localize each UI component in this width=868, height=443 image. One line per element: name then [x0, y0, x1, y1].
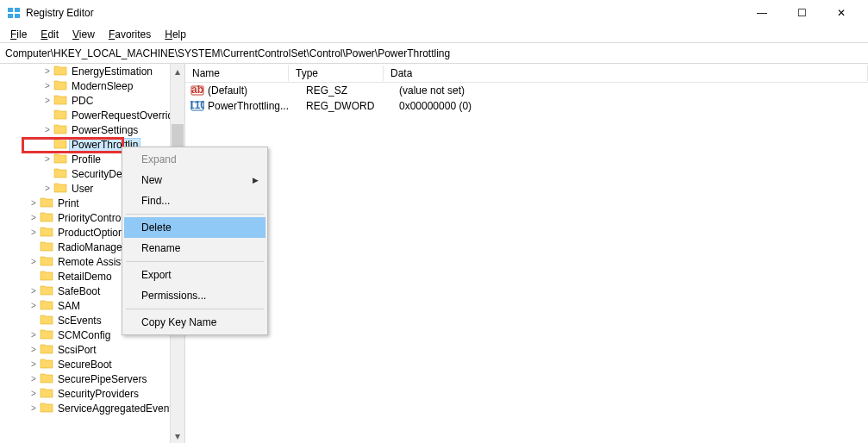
expand-icon[interactable]: >: [28, 286, 40, 296]
svg-text:ab: ab: [191, 84, 203, 96]
menu-help[interactable]: Help: [159, 27, 191, 42]
tree-item[interactable]: >ServiceAggregatedEvents: [0, 401, 184, 415]
menu-favorites[interactable]: Favorites: [103, 27, 156, 42]
expand-icon[interactable]: >: [41, 96, 53, 105]
expand-icon[interactable]: >: [28, 359, 40, 369]
column-type[interactable]: Type: [289, 66, 384, 81]
expand-icon[interactable]: >: [41, 66, 53, 76]
tree-item-label: SafeBoot: [56, 285, 102, 297]
tree-item-label: PowerRequestOverride: [70, 109, 181, 122]
folder-icon: [40, 284, 53, 298]
tree-item[interactable]: >PowerSettings: [0, 122, 184, 137]
tree-item[interactable]: >ModernSleep: [0, 78, 184, 93]
tree-item-label: ScEvents: [56, 315, 103, 327]
menu-separator: [126, 309, 264, 309]
value-data: (value not set): [399, 84, 868, 97]
column-name[interactable]: Name: [185, 66, 289, 81]
svg-rect-3: [15, 14, 20, 18]
expand-icon[interactable]: >: [28, 374, 40, 384]
tree-item[interactable]: >SecurePipeServers: [0, 371, 184, 386]
list-row[interactable]: 110PowerThrottling...REG_DWORD0x00000000…: [185, 98, 868, 114]
menu-separator: [126, 261, 264, 262]
folder-icon: [40, 358, 53, 371]
expand-icon[interactable]: >: [41, 125, 53, 134]
context-menu-new[interactable]: New▶: [124, 170, 265, 190]
minimize-button[interactable]: —: [742, 0, 782, 26]
context-menu-export[interactable]: Export: [124, 265, 265, 285]
menu-label: Rename: [141, 242, 180, 254]
tree-item-label: PowerSettings: [70, 124, 140, 136]
expand-icon[interactable]: >: [41, 81, 53, 90]
tree-item-label: ServiceAggregatedEvents: [56, 402, 179, 415]
address-path: Computer\HKEY_LOCAL_MACHINE\SYSTEM\Curre…: [5, 47, 450, 59]
folder-icon: [53, 167, 67, 181]
menu-edit[interactable]: Edit: [35, 27, 64, 42]
scroll-up-icon[interactable]: ▴: [171, 64, 184, 78]
value-type: REG_DWORD: [306, 100, 399, 112]
maximize-button[interactable]: ☐: [782, 0, 821, 26]
expand-icon[interactable]: >: [28, 198, 40, 208]
expand-icon[interactable]: >: [28, 403, 40, 413]
folder-icon: [53, 94, 67, 108]
tree-item-label: User: [70, 183, 95, 195]
list-row[interactable]: ab(Default)REG_SZ(value not set): [185, 83, 868, 98]
context-menu-find[interactable]: Find...: [124, 190, 265, 211]
svg-text:110: 110: [190, 99, 204, 111]
expand-icon[interactable]: >: [41, 184, 53, 193]
svg-rect-1: [15, 8, 20, 12]
svg-rect-2: [8, 14, 13, 18]
tree-item[interactable]: >SecureBoot: [0, 357, 184, 371]
reg-string-icon: ab: [190, 84, 204, 97]
menu-separator: [126, 214, 264, 215]
expand-icon[interactable]: >: [41, 154, 53, 164]
expand-icon[interactable]: >: [28, 389, 40, 398]
expand-icon[interactable]: >: [28, 257, 40, 266]
folder-icon: [53, 138, 67, 152]
menu-view[interactable]: View: [67, 27, 100, 42]
folder-icon: [40, 226, 53, 240]
tree-item-label: SCMConfig: [56, 329, 112, 341]
expand-icon[interactable]: >: [28, 345, 40, 354]
context-menu-delete[interactable]: Delete: [124, 217, 265, 238]
menubar: File Edit View Favorites Help: [0, 26, 868, 43]
expand-icon[interactable]: >: [28, 330, 40, 340]
scroll-down-icon[interactable]: ▾: [171, 428, 184, 443]
column-data[interactable]: Data: [384, 66, 868, 81]
window-title: Registry Editor: [26, 7, 742, 19]
menu-label: Export: [141, 269, 172, 281]
tree-item[interactable]: >ScsiPort: [0, 342, 184, 357]
folder-icon: [40, 240, 53, 254]
close-button[interactable]: ✕: [821, 0, 861, 26]
tree-item-label: Profile: [70, 153, 103, 165]
expand-icon[interactable]: >: [28, 228, 40, 237]
menu-label: New: [141, 174, 162, 186]
tree-item-label: PriorityControl: [56, 212, 125, 224]
menu-label: Permissions...: [141, 290, 206, 302]
reg-binary-icon: 110: [190, 99, 204, 113]
menu-label: Expand: [141, 153, 177, 165]
menu-file[interactable]: File: [5, 27, 32, 42]
menu-label: Find...: [141, 195, 170, 207]
context-menu: ExpandNew▶Find...DeleteRenameExportPermi…: [122, 147, 268, 335]
tree-item[interactable]: PowerRequestOverride: [0, 108, 184, 122]
folder-icon: [40, 328, 53, 342]
tree-item[interactable]: >PDC: [0, 93, 184, 108]
tree-item-label: ScsiPort: [56, 344, 98, 356]
folder-icon: [40, 387, 53, 401]
context-menu-permissions[interactable]: Permissions...: [124, 285, 265, 306]
expand-icon[interactable]: >: [28, 213, 40, 222]
expand-icon[interactable]: >: [28, 301, 40, 310]
context-menu-rename[interactable]: Rename: [124, 238, 265, 259]
value-name: PowerThrottling...: [208, 100, 306, 112]
folder-icon: [53, 182, 67, 196]
folder-icon: [40, 372, 53, 386]
folder-icon: [53, 153, 67, 166]
value-name: (Default): [208, 84, 306, 97]
address-bar[interactable]: Computer\HKEY_LOCAL_MACHINE\SYSTEM\Curre…: [0, 43, 868, 64]
titlebar: Registry Editor — ☐ ✕: [0, 0, 868, 26]
context-menu-copy-key-name[interactable]: Copy Key Name: [124, 312, 265, 333]
tree-item[interactable]: >EnergyEstimation: [0, 64, 184, 78]
menu-label: Delete: [141, 222, 172, 234]
tree-item-label: SecurityProviders: [56, 388, 141, 400]
tree-item[interactable]: >SecurityProviders: [0, 386, 184, 401]
